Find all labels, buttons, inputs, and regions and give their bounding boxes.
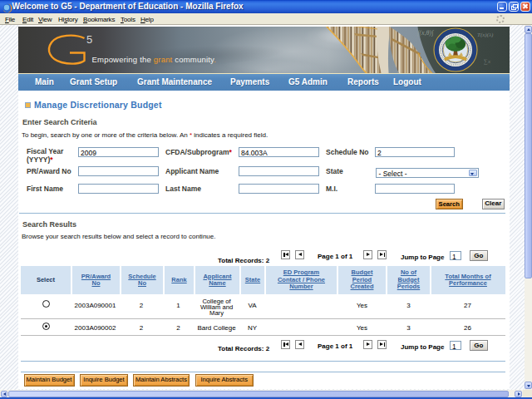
svg-text:5: 5 (86, 33, 92, 46)
svg-text:∑x: ∑x (484, 58, 491, 65)
svg-text:Empowering the grant community: Empowering the grant community. (92, 54, 217, 63)
svg-text:T(x)(λ): T(x)(λ) (477, 32, 494, 38)
svg-text:f(x,θ)∫: f(x,θ)∫ (417, 29, 434, 37)
